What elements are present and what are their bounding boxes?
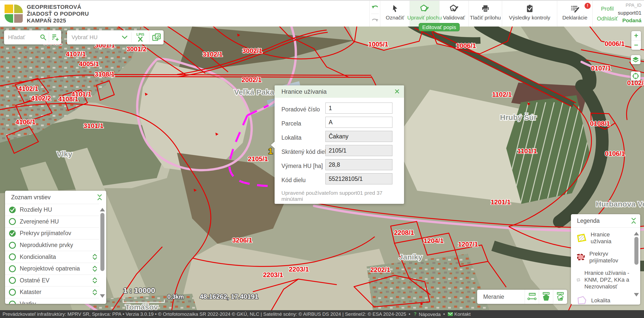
header-bar: GEOPRIESTOROVÁ ŽIADOSŤ O PODPORU KAMPAŇ … bbox=[0, 0, 644, 27]
parcel-label: 1006/1 bbox=[456, 42, 476, 50]
layer-label: Prekryv prijímateľov bbox=[20, 230, 99, 237]
separator: • bbox=[409, 311, 410, 317]
measure-distance-button[interactable] bbox=[525, 290, 539, 304]
list-edit-icon bbox=[570, 5, 580, 13]
select-button[interactable]: Označiť bbox=[380, 1, 410, 27]
envelope-icon bbox=[448, 312, 453, 316]
layer-unchecked-icon[interactable] bbox=[9, 300, 16, 304]
move-up-icon[interactable] bbox=[92, 289, 98, 292]
layer-row[interactable]: Prekryv prijímateľov bbox=[5, 227, 99, 239]
parcel-label: 4102/2 bbox=[31, 94, 51, 102]
layer-reorder[interactable] bbox=[92, 253, 98, 260]
place-label: Veľká Paka bbox=[234, 88, 274, 96]
move-down-icon[interactable] bbox=[92, 280, 98, 284]
layer-label: Neproduktívne prvky bbox=[20, 242, 99, 249]
measure-area-partial-button[interactable] bbox=[553, 290, 567, 304]
clipboard-check-icon bbox=[526, 5, 534, 13]
parcel-label: 1102/1 bbox=[492, 91, 512, 98]
layers-scrollbar[interactable] bbox=[100, 206, 105, 302]
scroll-thumb[interactable] bbox=[634, 237, 638, 265]
layer-reorder[interactable] bbox=[92, 277, 98, 284]
legend-scrollbar[interactable] bbox=[634, 230, 639, 303]
hu-select[interactable]: Vybrať HU bbox=[67, 34, 118, 41]
layer-row[interactable]: Rozdiely HU bbox=[5, 204, 99, 216]
chevron-down-icon bbox=[121, 35, 128, 40]
hu-select-box: Vybrať HU LPIS bbox=[67, 30, 164, 44]
scroll-up-arrow[interactable] bbox=[634, 232, 639, 235]
redo-button[interactable] bbox=[371, 14, 379, 27]
edit-area-button[interactable]: Upraviť plochu bbox=[410, 1, 439, 27]
layer-unchecked-icon[interactable] bbox=[9, 288, 16, 296]
scroll-down-arrow[interactable] bbox=[634, 293, 639, 297]
field-label: Skrátený kód dielu bbox=[281, 149, 329, 155]
compare-layers-button[interactable] bbox=[149, 30, 164, 44]
measure-area-button[interactable] bbox=[539, 290, 553, 304]
layer-row[interactable]: Neprojektové opatrenia bbox=[5, 263, 99, 275]
field-label: Kód dielu bbox=[281, 177, 306, 184]
move-up-icon[interactable] bbox=[92, 265, 98, 269]
locate-button[interactable] bbox=[631, 71, 640, 81]
layer-unchecked-icon[interactable] bbox=[9, 265, 16, 273]
declarations-button[interactable]: Deklarácie ! bbox=[557, 1, 592, 27]
parcel-label: 1201/1 bbox=[491, 198, 511, 206]
layer-unchecked-icon[interactable] bbox=[9, 277, 16, 284]
layer-checked-icon[interactable] bbox=[9, 206, 16, 214]
layer-checked-icon[interactable] bbox=[9, 230, 16, 237]
layer-reorder[interactable] bbox=[92, 289, 98, 296]
dialog-field-row: Výmera HU [ha] bbox=[275, 159, 404, 173]
parcel-label: 1101/1 bbox=[517, 147, 537, 155]
search-box bbox=[4, 30, 61, 44]
layer-row[interactable]: Vratky bbox=[5, 298, 99, 304]
parcela-field[interactable] bbox=[325, 117, 392, 128]
collapse-panel-icon[interactable] bbox=[631, 217, 637, 224]
layer-unchecked-icon[interactable] bbox=[9, 253, 16, 261]
legend-item: Lokalita bbox=[576, 296, 630, 305]
scale-text: 1 : 10000 bbox=[123, 286, 155, 295]
legend-item: Hranice užívania bbox=[576, 231, 630, 245]
scroll-thumb[interactable] bbox=[100, 213, 104, 271]
close-icon[interactable]: ✕ bbox=[394, 88, 400, 95]
logout-link[interactable]: Odhlásiť bbox=[597, 15, 618, 22]
move-down-icon[interactable] bbox=[92, 269, 98, 272]
layer-row[interactable]: Neproduktívne prvky bbox=[5, 239, 99, 251]
parcel-label: 0006/1 bbox=[605, 40, 625, 47]
lpis-clear-button[interactable]: LPIS bbox=[131, 30, 149, 44]
search-button[interactable] bbox=[38, 30, 49, 44]
scroll-down-arrow[interactable] bbox=[100, 294, 105, 298]
search-input[interactable] bbox=[4, 34, 38, 41]
add-to-list-button[interactable] bbox=[49, 30, 61, 44]
printer-icon bbox=[481, 5, 490, 13]
contact-link[interactable]: Kontakt bbox=[448, 311, 471, 317]
cursor-coordinates: 48.16262, 17.40191 bbox=[200, 293, 258, 300]
zoom-in-button[interactable]: + bbox=[631, 31, 641, 41]
layer-row[interactable]: Zverejnené HU bbox=[5, 216, 99, 228]
layers-toggle-button[interactable] bbox=[631, 55, 640, 64]
move-up-icon[interactable] bbox=[92, 253, 98, 257]
declarations-alert-badge: ! bbox=[585, 3, 591, 9]
scroll-up-arrow[interactable] bbox=[100, 208, 105, 211]
parcel-label: 2203/1 bbox=[289, 265, 309, 273]
move-down-icon[interactable] bbox=[92, 257, 98, 260]
move-down-icon[interactable] bbox=[92, 292, 98, 296]
validate-button[interactable]: Validovať bbox=[439, 1, 469, 27]
layers-panel: Zoznam vrstiev Rozdiely HUZverejnené HUP… bbox=[5, 191, 106, 304]
layer-unchecked-icon[interactable] bbox=[9, 218, 16, 225]
poradove-cislo-field[interactable] bbox=[325, 103, 392, 114]
collapse-panel-icon[interactable] bbox=[97, 194, 103, 201]
layer-unchecked-icon[interactable] bbox=[9, 241, 16, 249]
zoom-out-button[interactable]: − bbox=[631, 41, 641, 50]
undo-button[interactable] bbox=[371, 1, 379, 14]
profile-link[interactable]: Profil bbox=[601, 6, 614, 12]
check-results-button[interactable]: Výsledky kontroly bbox=[502, 1, 557, 27]
layer-row[interactable]: Kondicionalita bbox=[5, 251, 99, 263]
footer-info: Prevádzkovateľ infraštruktúry: MPRV SR, … bbox=[3, 311, 406, 317]
hu-dropdown-toggle[interactable] bbox=[118, 30, 131, 44]
layer-reorder[interactable] bbox=[92, 265, 98, 272]
place-label: Hrubý Šúr bbox=[500, 113, 537, 121]
dialog-title: Hranice užívania bbox=[281, 88, 394, 95]
layer-row[interactable]: Kataster bbox=[5, 286, 99, 298]
help-link[interactable]: ? Nápoveda bbox=[413, 311, 441, 317]
print-attachment-button[interactable]: Tlačiť prílohu bbox=[469, 1, 502, 27]
move-up-icon[interactable] bbox=[92, 277, 98, 280]
layer-row[interactable]: Ostatné EV bbox=[5, 275, 99, 286]
